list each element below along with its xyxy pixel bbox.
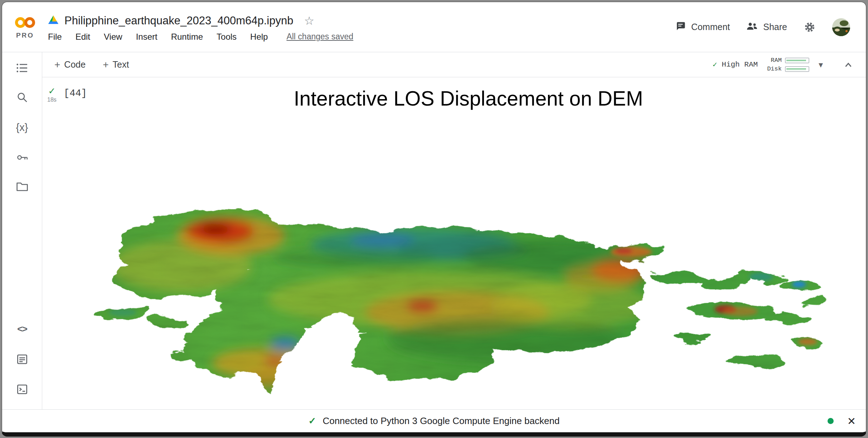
comment-button[interactable]: Comment xyxy=(675,21,730,34)
execution-time: 18s xyxy=(47,97,57,103)
high-ram-status: ✓ High RAM xyxy=(713,60,758,69)
check-icon: ✓ xyxy=(713,60,717,69)
plot-title: Interactive LOS Displacement on DEM xyxy=(57,87,866,110)
runtime-caret-down-icon[interactable]: ▾ xyxy=(819,60,823,70)
menu-item-tools[interactable]: Tools xyxy=(217,32,237,42)
notebook-toolbar: + Code + Text ✓ High RAM xyxy=(42,52,866,77)
search-icon[interactable] xyxy=(16,92,28,103)
ram-usage-meter xyxy=(785,58,809,63)
secrets-key-icon[interactable] xyxy=(16,152,28,163)
share-button[interactable]: Share xyxy=(746,21,787,33)
add-code-button[interactable]: + Code xyxy=(54,59,86,70)
star-icon[interactable]: ☆ xyxy=(304,14,314,28)
colab-logo[interactable]: PRO xyxy=(2,2,48,52)
plus-icon: + xyxy=(103,59,108,70)
command-palette-icon[interactable] xyxy=(16,354,28,365)
dem-plot[interactable] xyxy=(84,201,841,407)
notebook-cell-area: ✓ 18s [44] Interactive LOS Displacement … xyxy=(42,77,866,409)
screenshot: PRO Philipphine_earthquake_2023_400m64p.… xyxy=(0,0,868,438)
pro-badge: PRO xyxy=(16,31,34,39)
save-status[interactable]: All changes saved xyxy=(286,32,353,42)
menu-item-help[interactable]: Help xyxy=(250,32,268,42)
disk-usage-meter xyxy=(785,66,809,72)
check-icon: ✓ xyxy=(48,86,55,96)
menu-item-insert[interactable]: Insert xyxy=(136,32,157,42)
menu-item-file[interactable]: File xyxy=(48,32,62,42)
add-text-button[interactable]: + Text xyxy=(103,59,129,70)
drive-icon xyxy=(48,15,59,26)
app-header: PRO Philipphine_earthquake_2023_400m64p.… xyxy=(2,2,866,52)
comment-icon xyxy=(675,21,686,34)
menu-item-edit[interactable]: Edit xyxy=(76,32,90,42)
header-actions: Comment Share xyxy=(675,2,850,52)
colab-logo-icon xyxy=(13,16,37,30)
menu-item-runtime[interactable]: Runtime xyxy=(171,32,203,42)
plus-icon: + xyxy=(54,59,60,70)
backend-connected-dot xyxy=(828,418,834,424)
title-menu-block: Philipphine_earthquake_2023_400m64p.ipyn… xyxy=(48,2,353,52)
resource-meters[interactable]: RAM Disk xyxy=(767,57,809,72)
main-column: + Code + Text ✓ High RAM xyxy=(42,52,866,409)
disk-label: Disk xyxy=(767,65,782,72)
code-snippets-icon[interactable]: <> xyxy=(17,324,27,335)
left-sidebar: {x} <> xyxy=(2,52,42,409)
body-row: {x} <> xyxy=(2,52,866,409)
notebook-title[interactable]: Philipphine_earthquake_2023_400m64p.ipyn… xyxy=(64,14,293,27)
variables-icon[interactable]: {x} xyxy=(16,122,28,133)
ram-label: RAM xyxy=(771,57,782,64)
table-of-contents-icon[interactable] xyxy=(16,63,28,73)
status-bar: ✓ Connected to Python 3 Google Compute E… xyxy=(2,409,866,432)
collapse-chevron-up-icon[interactable] xyxy=(843,60,854,69)
backend-status-message: Connected to Python 3 Google Compute Eng… xyxy=(323,415,559,427)
menu-item-view[interactable]: View xyxy=(104,32,122,42)
close-status-icon[interactable]: ✕ xyxy=(847,415,856,427)
backend-status: ✓ Connected to Python 3 Google Compute E… xyxy=(309,415,560,427)
colab-window: PRO Philipphine_earthquake_2023_400m64p.… xyxy=(1,1,867,437)
check-icon: ✓ xyxy=(309,415,316,427)
terminal-icon[interactable] xyxy=(16,384,28,395)
share-icon xyxy=(746,21,758,33)
avatar[interactable] xyxy=(832,18,850,36)
settings-gear-icon[interactable] xyxy=(804,21,816,33)
menu-bar: File Edit View Insert Runtime Tools Help… xyxy=(48,32,353,42)
files-folder-icon[interactable] xyxy=(16,181,28,192)
execution-indicator[interactable]: ✓ 18s xyxy=(47,86,57,103)
